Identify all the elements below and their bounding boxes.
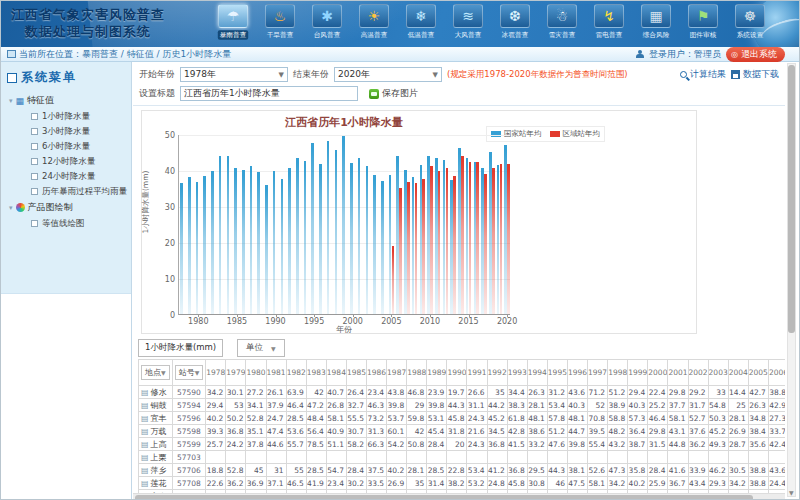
value-cell: 33.7 — [768, 425, 785, 438]
checkbox-icon[interactable] — [31, 143, 38, 150]
sidebar-node-1[interactable]: ▾▦特征值 — [1, 92, 131, 109]
bar-national-1994 — [304, 161, 307, 314]
value-cell: 53.4 — [547, 399, 567, 412]
year-header-1991: 1991 — [467, 360, 487, 386]
sidebar-item-1-2[interactable]: 3小时降水量 — [1, 124, 131, 139]
toolbar-item-6[interactable]: ≋大风普查 — [446, 4, 490, 40]
calculate-button[interactable]: 计算结果 — [680, 68, 726, 81]
value-cell: 24.3 — [467, 438, 487, 451]
station-filter-dropdown[interactable]: 站号▼ — [175, 365, 204, 380]
bar-national-1988 — [257, 172, 260, 314]
toolbar-item-label: 低温普查 — [408, 30, 435, 40]
chevron-down-icon: ▼ — [433, 71, 438, 79]
y-tick-label: 50 — [165, 131, 175, 140]
dataset-button[interactable]: 1小时降水量(mm) — [138, 339, 223, 357]
value-cell: 41.5 — [507, 438, 527, 451]
end-year-select[interactable]: 2020年▼ — [334, 67, 442, 82]
sidebar-item-1-3[interactable]: 6小时降水量 — [1, 139, 131, 154]
place-header-label: 地点 — [145, 367, 161, 378]
chart-title-input[interactable]: 江西省历年1小时降水量 — [180, 86, 358, 101]
value-cell: 32.7 — [346, 399, 366, 412]
year-header-2006: 2006 — [768, 360, 785, 386]
toolbar-item-11[interactable]: ⚑图件审核 — [681, 4, 725, 40]
value-cell — [326, 451, 346, 464]
save-image-button[interactable]: 保存图片 — [369, 87, 418, 100]
toolbar-item-2[interactable]: ♨干旱普查 — [258, 4, 302, 40]
vscroll-thumb[interactable] — [788, 65, 795, 333]
table-row-4[interactable]: ▤万载5759839.336.835.147.453.656.440.930.7… — [139, 425, 786, 438]
table-row-6[interactable]: ▤上栗57703 — [139, 451, 786, 464]
value-cell — [688, 451, 708, 464]
value-cell: 47.2 — [306, 399, 326, 412]
value-cell: 53.6 — [286, 425, 306, 438]
download-button[interactable]: 数据下载 — [731, 68, 779, 81]
toolbar-item-label: 雷电普查 — [596, 30, 623, 40]
table-row-3[interactable]: ▤宜丰5759640.250.252.824.728.548.458.155.5… — [139, 412, 786, 425]
value-cell — [648, 451, 668, 464]
value-cell: 34.2 — [728, 477, 748, 490]
logout-button[interactable]: ◎ 退出系统 — [726, 47, 785, 62]
value-cell: 41.2 — [487, 464, 507, 477]
sidebar-node-2[interactable]: ▾产品图绘制 — [1, 199, 131, 216]
checkbox-icon[interactable] — [31, 220, 38, 227]
station-cell: 57594 — [172, 399, 206, 412]
value-cell: 22.6 — [206, 477, 226, 490]
table-row-5[interactable]: ▤上高5759925.724.237.844.655.778.551.158.2… — [139, 438, 786, 451]
table-row-8[interactable]: ▤莲花5770822.636.236.937.146.541.923.430.2… — [139, 477, 786, 490]
value-cell: 35.6 — [748, 438, 768, 451]
unit-dropdown[interactable]: 单位 ▼ — [237, 339, 285, 357]
sidebar-item-1-4[interactable]: 12小时降水量 — [1, 154, 131, 169]
toolbar-item-1[interactable]: ☂暴雨普查 — [211, 4, 255, 40]
checkbox-icon[interactable] — [31, 173, 38, 180]
checkbox-icon[interactable] — [31, 113, 38, 120]
value-cell: 28.4 — [427, 438, 447, 451]
year-header-1981: 1981 — [266, 360, 286, 386]
toolbar-item-7[interactable]: ❆冰雹普查 — [493, 4, 537, 40]
expander-icon[interactable]: ▾ — [9, 97, 13, 105]
value-cell: 57.3 — [628, 412, 648, 425]
toolbar-item-10[interactable]: ▦综合风险 — [634, 4, 678, 40]
sidebar-item-1-6[interactable]: 历年暴雨过程平均雨量 — [1, 184, 131, 199]
value-cell: 26.6 — [467, 386, 487, 399]
value-cell: 40.3 — [567, 399, 587, 412]
sidebar-item-1-5[interactable]: 24小时降水量 — [1, 169, 131, 184]
table-row-7[interactable]: ▤萍乡5770618.852.845315528.554.728.437.540… — [139, 464, 786, 477]
toolbar-item-8[interactable]: ☃雪灾普查 — [540, 4, 584, 40]
checkbox-icon[interactable] — [31, 188, 38, 195]
checkbox-icon[interactable] — [31, 158, 38, 165]
hscroll-thumb[interactable] — [135, 495, 753, 500]
value-cell — [588, 451, 608, 464]
value-cell: 26.9 — [387, 477, 407, 490]
chart-panel: 江西省历年1小时降水量 国家站年均区域站年均 01020304050198019… — [141, 110, 697, 334]
horizontal-scrollbar[interactable] — [133, 493, 785, 500]
breadcrumb[interactable]: 暴雨普查 / 特征值 / 历史1小时降水量 — [82, 48, 231, 61]
vertical-scrollbar[interactable]: ▼ — [787, 63, 796, 497]
toolbar-item-3[interactable]: ✱台风普查 — [305, 4, 349, 40]
expander-icon[interactable]: ▾ — [9, 204, 13, 212]
value-cell: 44.2 — [487, 399, 507, 412]
table-row-2[interactable]: ▤铜鼓5759429.45334.137.946.447.226.832.746… — [139, 399, 786, 412]
value-cell: 45.8 — [447, 412, 467, 425]
value-cell: 54.7 — [326, 464, 346, 477]
value-cell: 26.1 — [266, 386, 286, 399]
row-marker-icon: ▤ — [141, 479, 149, 488]
toolbar-item-4[interactable]: ☀高温普查 — [352, 4, 396, 40]
sidebar-item-label: 24小时降水量 — [42, 171, 95, 183]
sidebar-item-1-1[interactable]: 1小时降水量 — [1, 109, 131, 124]
value-cell — [246, 451, 266, 464]
sidebar-item-2-1[interactable]: 等值线绘图 — [1, 216, 131, 231]
legend-item: 区域站年均 — [550, 129, 601, 139]
table-row-1[interactable]: ▤修水5759034.230.127.226.163.94240.726.423… — [139, 386, 786, 399]
value-cell: 38.4 — [748, 425, 768, 438]
scroll-down-arrow[interactable]: ▼ — [789, 489, 794, 496]
toolbar-item-12[interactable]: ☸系统设置 — [728, 4, 772, 40]
start-year-select[interactable]: 1978年▼ — [180, 67, 288, 82]
sidebar-item-label: 等值线绘图 — [42, 218, 85, 230]
year-header-2000: 2000 — [648, 360, 668, 386]
rainstorm-icon: ☂ — [218, 4, 248, 28]
toolbar-item-5[interactable]: ❄低温普查 — [399, 4, 443, 40]
value-cell: 38.6 — [527, 425, 547, 438]
checkbox-icon[interactable] — [31, 128, 38, 135]
toolbar-item-9[interactable]: ↯雷电普查 — [587, 4, 631, 40]
place-filter-dropdown[interactable]: 地点▼ — [141, 365, 170, 380]
